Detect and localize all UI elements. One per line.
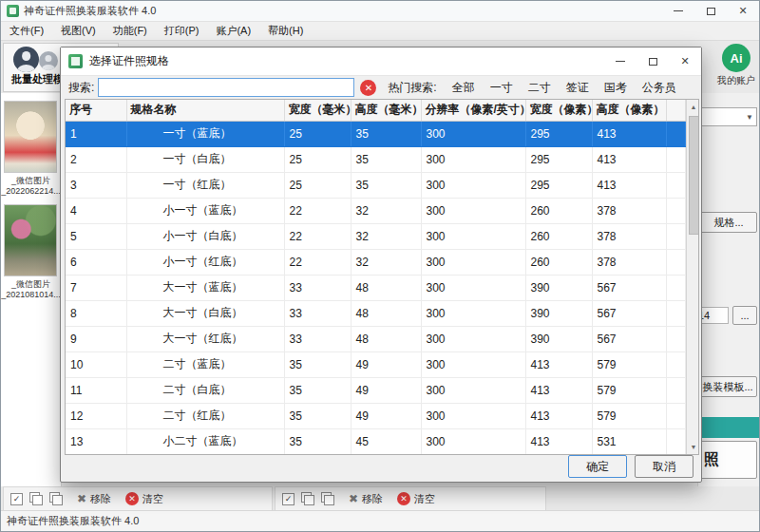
copy-icon[interactable] (29, 492, 43, 505)
maximize-icon (649, 58, 657, 66)
spec-select-button[interactable]: 规格... (700, 212, 757, 233)
select-all-icon[interactable]: ✓ (282, 493, 294, 505)
col-resolution[interactable]: 分辨率（像素/英寸） (421, 100, 525, 121)
spec-row[interactable]: 2 一寸（白底） 25 35 300 295 413 (66, 146, 685, 172)
select-all-icon[interactable]: ✓ (10, 493, 23, 505)
ai-account-icon[interactable]: Ai (722, 44, 750, 72)
col-index[interactable]: 序号 (66, 100, 126, 121)
remove-button[interactable]: ✖ 移除 (77, 492, 111, 506)
hot-link-all[interactable]: 全部 (452, 80, 475, 96)
duplicate-icon[interactable] (321, 492, 334, 505)
dialog-buttons: 确定 取消 (568, 455, 694, 478)
spec-row[interactable]: 10 二寸（蓝底） 35 49 300 413 579 (66, 352, 685, 377)
remove-label: 移除 (90, 492, 111, 506)
col-width-mm[interactable]: 宽度（毫米） (284, 100, 351, 121)
dialog-icon (68, 54, 83, 68)
dialog-close-button[interactable]: ✕ (669, 48, 701, 75)
duplicate-icon[interactable] (49, 492, 63, 505)
status-bar: 神奇证件照换装服装软件 4.0 (1, 510, 759, 531)
search-row: 搜索: ✕ 热门搜索: 全部 一寸 二寸 签证 国考 公务员 (61, 76, 701, 99)
clear-x-icon: ✕ (397, 492, 410, 505)
spec-row[interactable]: 9 大一寸（红底） 33 48 300 390 567 (66, 326, 685, 352)
menu-account[interactable]: 账户(A) (207, 22, 259, 40)
minimize-icon (616, 61, 625, 62)
title-bar: 神奇证件照换装服装软件 4.0 ✕ (1, 1, 759, 22)
spec-dialog: 选择证件照规格 ✕ 搜索: ✕ 热门搜索: 全部 一寸 二寸 签证 国考 公务员 (60, 47, 702, 483)
settings-dropdown[interactable]: ▼ (700, 107, 757, 126)
menu-file[interactable]: 文件(F) (1, 22, 52, 40)
menu-function[interactable]: 功能(F) (104, 22, 156, 40)
spec-row[interactable]: 11 二寸（白底） 35 49 300 413 579 (66, 377, 685, 403)
clothes-template-button[interactable]: 换装模板... (698, 376, 757, 397)
make-photo-button[interactable]: 照 (698, 441, 757, 479)
minimize-button[interactable] (662, 1, 694, 21)
dialog-minimize-button[interactable] (604, 48, 636, 75)
cancel-button[interactable]: 取消 (635, 455, 694, 478)
spec-row[interactable]: 4 小一寸（蓝底） 22 32 300 260 378 (66, 198, 685, 223)
photo-list-panel: _微信图片 _2022062214... _微信图片 _2021081014..… (1, 93, 62, 486)
spec-table: 序号 规格名称 宽度（毫米） 高度（毫米） 分辨率（像素/英寸） 宽度（像素） … (66, 100, 686, 455)
spec-row[interactable]: 5 小一寸（白底） 22 32 300 260 378 (66, 223, 685, 249)
col-height-mm[interactable]: 高度（毫米） (351, 100, 421, 121)
maximize-button[interactable] (694, 1, 727, 21)
remove-button[interactable]: ✖ 移除 (349, 492, 383, 506)
menu-print[interactable]: 打印(P) (156, 22, 208, 40)
close-icon: ✕ (680, 55, 689, 67)
scrollbar-thumb[interactable] (689, 116, 699, 235)
scroll-down-icon[interactable]: ▼ (687, 440, 700, 454)
search-label: 搜索: (68, 80, 94, 96)
account-label: 我的账户 (716, 74, 756, 87)
hot-link-exam[interactable]: 国考 (604, 80, 627, 96)
col-name[interactable]: 规格名称 (126, 100, 284, 121)
spec-row[interactable]: 3 一寸（红底） 25 35 300 295 413 (66, 172, 685, 198)
chevron-down-icon: ▼ (746, 113, 753, 122)
close-icon: ✕ (738, 5, 747, 17)
table-scrollbar[interactable]: ▲ ▼ (686, 100, 700, 454)
spec-search-input[interactable] (98, 78, 354, 97)
menu-help[interactable]: 帮助(H) (259, 22, 312, 40)
close-button[interactable]: ✕ (727, 1, 759, 21)
dialog-title: 选择证件照规格 (89, 53, 169, 69)
spec-row[interactable]: 12 二寸（红底） 35 49 300 413 579 (66, 403, 685, 428)
menu-bar: 文件(F) 视图(V) 功能(F) 打印(P) 账户(A) 帮助(H) (1, 22, 759, 41)
spec-row[interactable]: 6 小一寸（红底） 22 32 300 260 378 (66, 249, 685, 275)
remove-x-icon: ✖ (77, 493, 86, 504)
ok-button[interactable]: 确定 (568, 455, 627, 478)
hot-link-visa[interactable]: 签证 (566, 80, 589, 96)
hot-link-1inch[interactable]: 一寸 (490, 80, 513, 96)
clear-search-button[interactable]: ✕ (360, 80, 376, 96)
clear-label: 清空 (142, 492, 163, 506)
clear-button[interactable]: ✕ 清空 (397, 492, 435, 506)
photo-caption-1: _微信图片 _2022062214... (1, 176, 61, 197)
window-controls: ✕ (662, 1, 759, 21)
hot-link-2inch[interactable]: 二寸 (528, 80, 551, 96)
window-title: 神奇证件照换装服装软件 4.0 (24, 4, 156, 18)
browse-button[interactable]: ... (732, 306, 757, 325)
clear-button[interactable]: ✕ 清空 (125, 492, 163, 506)
dialog-title-bar: 选择证件照规格 ✕ (61, 48, 701, 76)
spec-row[interactable]: 7 大一寸（蓝底） 33 48 300 390 567 (66, 275, 685, 300)
photo-caption-2: _微信图片 _2021081014... (1, 279, 61, 300)
clear-x-icon: ✕ (125, 492, 139, 505)
spec-row[interactable]: 1 一寸（蓝底） 25 35 300 295 413 (66, 121, 685, 146)
col-filler (666, 100, 685, 121)
hot-link-civil[interactable]: 公务员 (642, 80, 676, 96)
spec-table-container: 序号 规格名称 宽度（毫米） 高度（毫米） 分辨率（像素/英寸） 宽度（像素） … (65, 99, 699, 455)
status-text: 神奇证件照换装服装软件 4.0 (7, 514, 139, 528)
minimize-icon (674, 10, 683, 11)
col-width-px[interactable]: 宽度（像素） (525, 100, 592, 121)
hot-search-label: 热门搜索: (388, 80, 436, 96)
scroll-up-icon[interactable]: ▲ (687, 100, 700, 114)
color-swatch[interactable] (698, 417, 759, 438)
col-height-px[interactable]: 高度（像素） (592, 100, 666, 121)
spec-row[interactable]: 8 大一寸（白底） 33 48 300 390 567 (66, 300, 685, 326)
person-avatar-icon (13, 47, 39, 72)
photo-thumbnail-2[interactable] (4, 204, 57, 276)
menu-view[interactable]: 视图(V) (52, 22, 104, 40)
spec-table-body: 1 一寸（蓝底） 25 35 300 295 413 2 一寸（白底） 25 (66, 121, 685, 454)
photo-thumbnail-1[interactable] (4, 101, 57, 173)
dialog-maximize-button[interactable] (636, 48, 669, 75)
copy-icon[interactable] (301, 492, 314, 505)
clear-label: 清空 (414, 492, 435, 506)
spec-row[interactable]: 13 小二寸（蓝底） 35 45 300 413 531 (66, 428, 685, 454)
